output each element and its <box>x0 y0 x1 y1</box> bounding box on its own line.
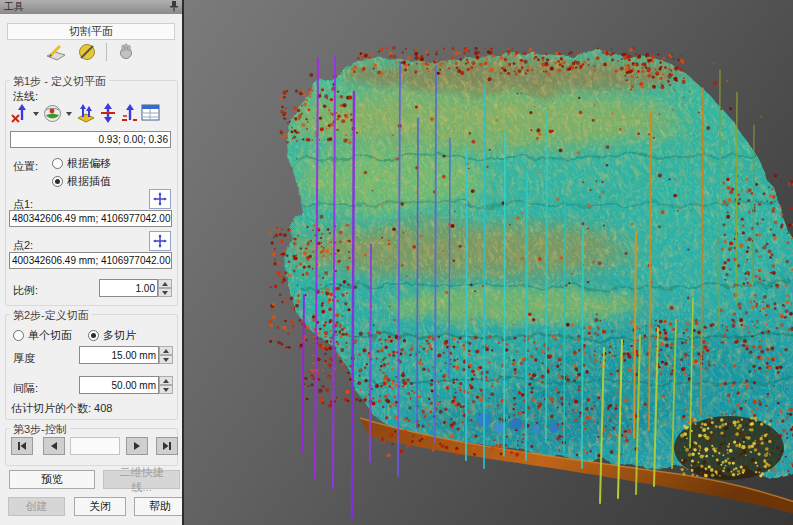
pin-icon[interactable] <box>170 1 178 14</box>
radio-by-interpolation-label: 根据插值 <box>67 174 111 189</box>
hand-pick-icon[interactable] <box>114 40 138 64</box>
normal-tools-row <box>11 103 160 125</box>
axis-normal-icon[interactable] <box>11 103 29 125</box>
panel-title: 工具 <box>4 0 24 14</box>
numeric-input-dialog-icon[interactable] <box>141 104 160 124</box>
close-button[interactable]: 关闭 <box>74 497 126 516</box>
normal-vector-value: 0.93; 0.00; 0.36 <box>98 134 168 145</box>
thickness-spin-down-icon[interactable] <box>159 355 173 364</box>
shortcut-2d-button: 二维快捷线... <box>103 470 180 489</box>
invert-normal-icon[interactable] <box>99 103 117 125</box>
view-sphere-icon[interactable] <box>43 104 62 125</box>
thickness-label: 厚度 <box>13 351 35 366</box>
align-normal-icon[interactable] <box>120 103 138 125</box>
spacing-spin-up-icon[interactable] <box>159 376 173 385</box>
axis-normal-dropdown-icon[interactable] <box>33 112 39 116</box>
radio-by-offset-label: 根据偏移 <box>67 156 111 171</box>
panel-toolbar <box>0 40 182 64</box>
spacing-label: 间隔: <box>13 381 38 396</box>
point2-pick-button[interactable] <box>149 231 171 251</box>
scale-value: 1.00 <box>136 283 155 294</box>
radio-multi-slice-label: 多切片 <box>103 328 136 343</box>
scale-field[interactable]: 1.00 <box>99 279 158 297</box>
point1-value: 480342606.49 mm; 4106977042.00 mm <box>12 213 172 224</box>
plane-normal-icon[interactable] <box>76 103 96 125</box>
step3-group-label: 第3步-控制 <box>10 422 70 437</box>
thickness-spinner[interactable] <box>159 346 173 364</box>
point2-field[interactable]: 400342606.49 mm; 4106977042.00 mm <box>9 252 172 269</box>
edit-plane-icon[interactable] <box>44 40 68 64</box>
spacing-spin-down-icon[interactable] <box>159 385 173 394</box>
help-button[interactable]: 帮助 <box>134 497 186 516</box>
spacing-field[interactable]: 50.00 mm <box>79 376 159 394</box>
prev-slice-button[interactable] <box>43 437 65 455</box>
scale-spinner[interactable] <box>158 279 172 297</box>
scale-label: 比例: <box>13 283 38 298</box>
position-label: 位置: <box>13 159 38 174</box>
dialog-header: 切割平面 <box>7 23 175 40</box>
last-slice-button[interactable] <box>156 437 178 455</box>
next-slice-button[interactable] <box>126 437 148 455</box>
radio-single-section-label: 单个切面 <box>28 328 72 343</box>
point2-value: 400342606.49 mm; 4106977042.00 mm <box>12 255 172 266</box>
radio-multi-slice[interactable]: 多切片 <box>88 328 136 343</box>
radio-multi-slice-circle[interactable] <box>88 330 99 341</box>
slice-count-estimate: 估计切片的个数: 408 <box>11 401 112 416</box>
step1-group-label: 第1步 - 定义切平面 <box>10 74 109 89</box>
thickness-value: 15.00 mm <box>112 350 156 361</box>
first-slice-button[interactable] <box>11 437 33 455</box>
thickness-field[interactable]: 15.00 mm <box>79 346 159 364</box>
spacing-spinner[interactable] <box>159 376 173 394</box>
slice-index-field[interactable] <box>70 437 120 455</box>
scale-spin-up-icon[interactable] <box>158 279 172 288</box>
radio-by-offset[interactable]: 根据偏移 <box>52 156 111 171</box>
step2-group-label: 第2步-定义切面 <box>10 308 92 323</box>
thickness-spin-up-icon[interactable] <box>159 346 173 355</box>
panel-titlebar[interactable]: 工具 <box>0 0 182 14</box>
section-disc-icon[interactable] <box>75 40 99 64</box>
radio-by-interpolation[interactable]: 根据插值 <box>52 174 111 189</box>
preview-button[interactable]: 预览 <box>9 470 95 489</box>
radio-single-section-circle[interactable] <box>13 330 24 341</box>
view-sphere-dropdown-icon[interactable] <box>66 112 72 116</box>
normal-vector-field[interactable]: 0.93; 0.00; 0.36 <box>10 131 171 148</box>
point1-field[interactable]: 480342606.49 mm; 4106977042.00 mm <box>9 210 172 227</box>
spacing-value: 50.00 mm <box>112 380 156 391</box>
3d-viewport[interactable] <box>182 0 793 525</box>
radio-by-offset-circle[interactable] <box>52 158 63 169</box>
normal-label: 法线: <box>13 89 38 104</box>
tool-panel: 工具 切割平面 第1步 - 定义切平面 法线: <box>0 0 182 525</box>
point1-pick-button[interactable] <box>149 189 171 209</box>
point2-label: 点2: <box>13 238 33 253</box>
radio-single-section[interactable]: 单个切面 <box>13 328 72 343</box>
radio-by-interpolation-circle[interactable] <box>52 176 63 187</box>
scale-spin-down-icon[interactable] <box>158 288 172 297</box>
toolbar-separator <box>106 43 107 61</box>
create-button: 创建 <box>8 497 65 516</box>
point-cloud-render <box>184 0 793 525</box>
